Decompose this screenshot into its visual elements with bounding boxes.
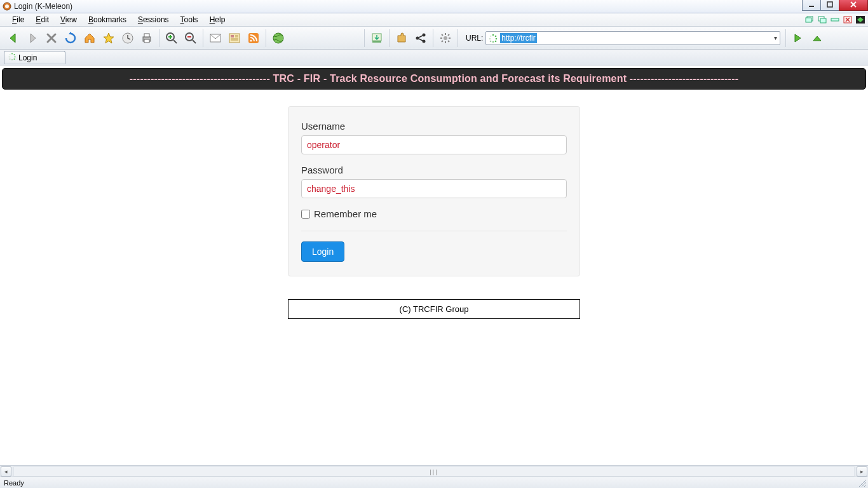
- restore-icon[interactable]: [804, 15, 815, 25]
- history-button[interactable]: [119, 29, 137, 47]
- toolbar-separator: [266, 29, 266, 47]
- cascade-icon[interactable]: [817, 15, 827, 25]
- mail-button[interactable]: [207, 29, 224, 47]
- form-divider: [301, 231, 567, 231]
- url-field[interactable]: http://trcfir ▾: [485, 31, 780, 45]
- svg-point-40: [14, 58, 15, 60]
- toolbar-separator: [203, 29, 203, 47]
- scroll-right-button[interactable]: ▸: [857, 466, 867, 477]
- svg-rect-8: [831, 18, 839, 21]
- svg-rect-5: [806, 18, 811, 22]
- svg-point-33: [492, 41, 494, 42]
- svg-rect-2: [809, 6, 814, 7]
- app-icon: [3, 2, 11, 11]
- close-tab-icon[interactable]: [843, 15, 853, 25]
- share-button[interactable]: [412, 29, 430, 47]
- svg-rect-7: [820, 18, 826, 23]
- svg-rect-24: [372, 41, 381, 43]
- scroll-track[interactable]: |||: [13, 466, 855, 477]
- svg-rect-20: [248, 33, 259, 43]
- window-titlebar: Login (K-Meleon): [0, 0, 868, 13]
- throbber-icon: [487, 32, 499, 44]
- settings-button[interactable]: [437, 29, 454, 47]
- svg-point-37: [11, 53, 13, 55]
- close-button[interactable]: [839, 0, 868, 11]
- svg-point-35: [489, 37, 491, 39]
- remember-me-row[interactable]: Remember me: [301, 208, 567, 219]
- svg-point-32: [495, 40, 497, 42]
- svg-point-42: [10, 58, 11, 60]
- menu-sessions[interactable]: Sessions: [132, 14, 175, 25]
- go-up-button[interactable]: [808, 29, 826, 47]
- window-buttons: [803, 0, 868, 11]
- globe-button[interactable]: [269, 29, 287, 47]
- scroll-left-button[interactable]: ◂: [1, 466, 11, 477]
- horizontal-scrollbar[interactable]: ◂ ||| ▸: [0, 465, 868, 477]
- login-button[interactable]: Login: [301, 241, 344, 262]
- print-button[interactable]: [138, 29, 156, 47]
- url-text: http://trcfir: [500, 33, 536, 43]
- svg-point-43: [9, 57, 10, 58]
- svg-point-28: [444, 36, 447, 40]
- tab-login[interactable]: Login: [4, 51, 65, 64]
- url-group: URL: http://trcfir ▾: [466, 31, 780, 45]
- svg-rect-3: [827, 2, 832, 7]
- toolbar-separator: [785, 29, 786, 47]
- menu-file[interactable]: File: [6, 14, 30, 25]
- rss-button[interactable]: [245, 29, 262, 47]
- go-button[interactable]: [789, 29, 807, 47]
- reload-button[interactable]: [62, 29, 79, 47]
- download-button[interactable]: [368, 29, 386, 47]
- svg-point-34: [490, 40, 492, 42]
- remember-me-checkbox[interactable]: [301, 210, 310, 219]
- svg-point-21: [250, 39, 252, 41]
- fullscreen-icon[interactable]: [855, 15, 865, 25]
- minimize-all-icon[interactable]: [830, 15, 840, 25]
- url-label: URL:: [466, 34, 483, 43]
- login-form: Username Password Remember me Login: [288, 106, 580, 276]
- zoom-out-button[interactable]: [182, 29, 200, 47]
- bookmark-star-button[interactable]: [100, 29, 118, 47]
- puzzle-button[interactable]: [393, 29, 410, 47]
- toolbar-separator: [364, 29, 365, 47]
- svg-point-22: [273, 33, 283, 43]
- svg-point-29: [492, 34, 494, 36]
- svg-rect-14: [144, 39, 149, 43]
- username-input[interactable]: [301, 135, 567, 154]
- svg-point-30: [495, 35, 497, 37]
- toolbar-separator: [389, 29, 390, 47]
- password-input[interactable]: [301, 179, 567, 198]
- svg-rect-13: [144, 34, 149, 37]
- menu-bookmarks[interactable]: Bookmarks: [83, 14, 132, 25]
- maximize-button[interactable]: [820, 0, 839, 11]
- window-title: Login (K-Meleon): [14, 2, 72, 11]
- footer: (C) TRCFIR Group: [288, 299, 580, 319]
- status-text: Ready: [4, 479, 24, 487]
- toolbar: URL: http://trcfir ▾: [0, 27, 868, 50]
- svg-rect-19: [231, 35, 234, 37]
- url-dropdown-icon[interactable]: ▾: [774, 34, 777, 41]
- svg-point-44: [10, 54, 11, 55]
- back-button[interactable]: [4, 29, 22, 47]
- resize-grip-icon[interactable]: [858, 480, 867, 487]
- password-label: Password: [301, 165, 567, 175]
- toolbar-separator: [458, 29, 458, 47]
- svg-point-1: [5, 4, 9, 8]
- svg-point-41: [11, 59, 13, 60]
- svg-point-38: [14, 54, 15, 55]
- menu-edit[interactable]: Edit: [30, 14, 55, 25]
- menu-help[interactable]: Help: [204, 14, 231, 25]
- home-button[interactable]: [81, 29, 98, 47]
- username-label: Username: [301, 121, 567, 132]
- throbber-icon: [8, 53, 16, 62]
- toolbar-separator: [159, 29, 159, 47]
- menu-tools[interactable]: Tools: [175, 14, 204, 25]
- minimize-button[interactable]: [802, 0, 821, 11]
- stop-button[interactable]: [43, 29, 60, 47]
- tab-label: Login: [18, 53, 37, 62]
- svg-point-31: [496, 37, 498, 39]
- news-button[interactable]: [226, 29, 243, 47]
- menu-view[interactable]: View: [55, 14, 83, 25]
- zoom-in-button[interactable]: [163, 29, 180, 47]
- forward-button[interactable]: [24, 29, 41, 47]
